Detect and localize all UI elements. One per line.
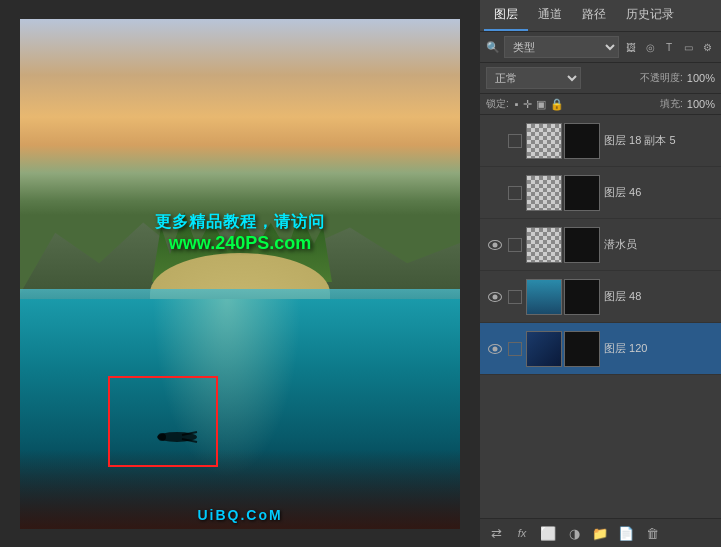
layer-thumbnails-4: [526, 331, 600, 367]
lock-all-icon[interactable]: 🔒: [550, 98, 564, 111]
lock-row: 锁定: ▪ ✛ ▣ 🔒 填充: 100%: [480, 94, 721, 115]
layer-thumbnails-0: [526, 123, 600, 159]
layer-thumb-content-4: [526, 331, 562, 367]
lock-label: 锁定:: [486, 97, 509, 111]
layer-visibility-0[interactable]: [486, 132, 504, 150]
layer-thumbnails-2: [526, 227, 600, 263]
filter-shape-icon[interactable]: ▭: [680, 39, 696, 55]
tab-channels[interactable]: 通道: [528, 0, 572, 31]
filter-smart-icon[interactable]: ⚙: [699, 39, 715, 55]
watermark: 更多精品教程，请访问 www.240PS.com: [155, 212, 325, 254]
layer-item-1[interactable]: 图层 46: [480, 167, 721, 219]
canvas-area: 更多精品教程，请访问 www.240PS.com UiBQ.CoM: [0, 0, 480, 547]
lock-pixels-icon[interactable]: ▪: [515, 98, 519, 111]
opacity-row: 不透明度: 100%: [640, 71, 715, 85]
blend-mode-row: 正常 不透明度: 100%: [480, 63, 721, 94]
lock-icons: ▪ ✛ ▣ 🔒: [515, 98, 564, 111]
fill-row: 填充: 100%: [660, 97, 715, 111]
layer-name-4: 图层 120: [604, 341, 715, 356]
search-action-icons: 🖼 ◎ T ▭ ⚙: [623, 39, 715, 55]
diver-silhouette: [152, 427, 202, 447]
layer-checkbox-2[interactable]: [508, 238, 522, 252]
link-icon[interactable]: ⇄: [486, 523, 506, 543]
layer-visibility-3[interactable]: [486, 288, 504, 306]
eye-icon-4: [488, 344, 502, 354]
layer-checkbox-3[interactable]: [508, 290, 522, 304]
layer-name-2: 潜水员: [604, 237, 715, 252]
filter-image-icon[interactable]: 🖼: [623, 39, 639, 55]
layer-thumb-content-0: [526, 123, 562, 159]
layer-thumb-mask-0: [564, 123, 600, 159]
group-icon[interactable]: 📁: [590, 523, 610, 543]
watermark-url-text: www.240PS.com: [155, 233, 325, 254]
tab-history[interactable]: 历史记录: [616, 0, 684, 31]
layers-panel: 图层 通道 路径 历史记录 🔍 类型 🖼 ◎ T ▭ ⚙ 正常 不透明度: 10…: [480, 0, 721, 547]
layer-name-1: 图层 46: [604, 185, 715, 200]
layer-thumb-mask-3: [564, 279, 600, 315]
delete-icon[interactable]: 🗑: [642, 523, 662, 543]
bottom-watermark-text: UiBQ.CoM: [197, 507, 282, 523]
canvas-image: 更多精品教程，请访问 www.240PS.com UiBQ.CoM: [20, 19, 460, 529]
lock-artboard-icon[interactable]: ▣: [536, 98, 546, 111]
bottom-watermark: UiBQ.CoM: [197, 506, 282, 524]
blend-mode-select[interactable]: 正常: [486, 67, 581, 89]
eye-icon-3: [488, 292, 502, 302]
layer-visibility-2[interactable]: [486, 236, 504, 254]
layer-checkbox-1[interactable]: [508, 186, 522, 200]
layer-thumb-content-1: [526, 175, 562, 211]
search-filter-row: 🔍 类型 🖼 ◎ T ▭ ⚙: [480, 32, 721, 63]
filter-text-icon[interactable]: T: [661, 39, 677, 55]
layer-thumbnails-3: [526, 279, 600, 315]
layer-thumbnails-1: [526, 175, 600, 211]
tab-layers[interactable]: 图层: [484, 0, 528, 31]
lock-position-icon[interactable]: ✛: [523, 98, 532, 111]
layer-item-0[interactable]: 图层 18 副本 5: [480, 115, 721, 167]
layer-name-3: 图层 48: [604, 289, 715, 304]
panel-tabs: 图层 通道 路径 历史记录: [480, 0, 721, 32]
add-mask-icon[interactable]: ⬜: [538, 523, 558, 543]
tab-paths[interactable]: 路径: [572, 0, 616, 31]
layer-thumb-mask-4: [564, 331, 600, 367]
layer-thumb-mask-1: [564, 175, 600, 211]
selection-box: [108, 376, 218, 468]
layer-name-0: 图层 18 副本 5: [604, 133, 715, 148]
watermark-cn-text: 更多精品教程，请访问: [155, 212, 325, 233]
opacity-value: 100%: [687, 72, 715, 84]
fill-label: 填充:: [660, 97, 683, 111]
layer-visibility-1[interactable]: [486, 184, 504, 202]
layer-thumb-content-3: [526, 279, 562, 315]
filter-adjust-icon[interactable]: ◎: [642, 39, 658, 55]
layer-checkbox-0[interactable]: [508, 134, 522, 148]
layer-item-2[interactable]: 潜水员: [480, 219, 721, 271]
new-layer-icon[interactable]: 📄: [616, 523, 636, 543]
opacity-label: 不透明度:: [640, 71, 683, 85]
fill-value: 100%: [687, 98, 715, 110]
search-icon: 🔍: [486, 41, 500, 54]
layer-thumb-mask-2: [564, 227, 600, 263]
adjustment-icon[interactable]: ◑: [564, 523, 584, 543]
svg-point-1: [158, 433, 166, 441]
eye-icon-2: [488, 240, 502, 250]
layer-item-4[interactable]: 图层 120: [480, 323, 721, 375]
layer-visibility-4[interactable]: [486, 340, 504, 358]
layer-checkbox-4[interactable]: [508, 342, 522, 356]
type-filter-select[interactable]: 类型: [504, 36, 619, 58]
layers-list: 图层 18 副本 5 图层 46: [480, 115, 721, 518]
layer-item-3[interactable]: 图层 48: [480, 271, 721, 323]
layer-thumb-content-2: [526, 227, 562, 263]
fx-icon[interactable]: fx: [512, 523, 532, 543]
bottom-toolbar: ⇄ fx ⬜ ◑ 📁 📄 🗑: [480, 518, 721, 547]
